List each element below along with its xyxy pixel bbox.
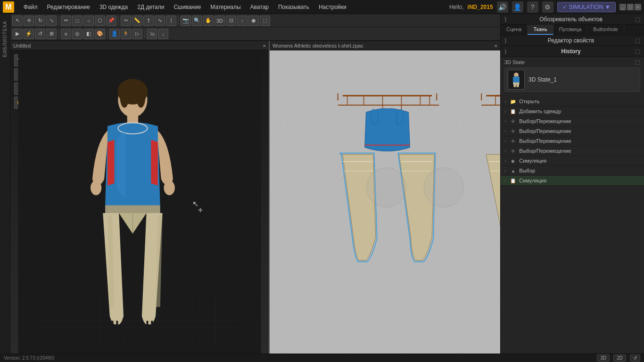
history-expand-icon[interactable]: ⟩ bbox=[504, 48, 507, 55]
svg-rect-25 bbox=[112, 321, 114, 327]
pose-tool[interactable]: 🏃 bbox=[121, 29, 131, 39]
seam-tool[interactable]: ∿ bbox=[155, 16, 165, 26]
scale-tool[interactable]: ⤡ bbox=[46, 16, 57, 26]
close-button[interactable]: × bbox=[635, 4, 641, 10]
minimize-button[interactable]: _ bbox=[619, 4, 626, 10]
menu-display[interactable]: Показывать bbox=[274, 2, 313, 12]
color-tool[interactable]: 🎨 bbox=[95, 29, 105, 39]
history-item-6[interactable]: › ◆ Симуляция bbox=[501, 156, 644, 166]
tab-button[interactable]: Пуговица bbox=[553, 25, 588, 35]
sound-icon[interactable]: 🔊 bbox=[497, 1, 508, 13]
history-label-5: Выбор/Перемещение bbox=[519, 148, 571, 154]
layer-tool[interactable]: ≡ bbox=[61, 29, 71, 39]
history-list[interactable]: › 📁 Открыть › 📋 Добавить одежду › ✛ Выбо… bbox=[501, 96, 644, 362]
pan-tool[interactable]: ✋ bbox=[203, 16, 214, 26]
pen-tool[interactable]: ✏ bbox=[61, 16, 71, 26]
expand-icon[interactable]: ⟩ bbox=[504, 16, 507, 23]
obj-browser-expand[interactable]: ⬚ bbox=[635, 16, 640, 23]
mat-tool[interactable]: ◧ bbox=[83, 29, 94, 39]
pin-tool[interactable]: 📌 bbox=[106, 16, 116, 26]
poly-tool[interactable]: ⬡ bbox=[95, 16, 105, 26]
move-icon-2: ✛ bbox=[510, 118, 516, 124]
tab-scene[interactable]: Сцена bbox=[501, 25, 528, 35]
rotate-tool[interactable]: ↻ bbox=[35, 16, 45, 26]
top-right-area: Hello, iND_2015 🔊 👤 ? ⚙ ✓ SIMULATION ▼ _… bbox=[449, 1, 641, 13]
settings-icon[interactable]: ⚙ bbox=[542, 1, 553, 13]
tab-fabric[interactable]: Ткань bbox=[528, 25, 553, 35]
view-2d: Womens Athletic sleeveless t-shirt.zpac … bbox=[270, 41, 500, 362]
rect-tool[interactable]: □ bbox=[72, 16, 83, 26]
3d-tool[interactable]: 3D bbox=[215, 16, 225, 26]
status-refresh-btn[interactable]: ↺ bbox=[630, 354, 640, 362]
svg-point-21 bbox=[91, 181, 101, 195]
expand-arrow-4: › bbox=[504, 139, 506, 144]
wire-tool[interactable]: ⊡ bbox=[226, 16, 236, 26]
cut-tool[interactable]: ✂ bbox=[121, 16, 131, 26]
norm-tool[interactable]: ↑ bbox=[237, 16, 248, 26]
history-title: History bbox=[561, 48, 580, 55]
zoom-tool[interactable]: 🔍 bbox=[192, 16, 202, 26]
menu-avatar[interactable]: Аватар bbox=[247, 2, 272, 12]
snap-tool[interactable]: ⊞ bbox=[46, 29, 57, 39]
history-item-3[interactable]: › ✛ Выбор/Перемещение bbox=[501, 126, 644, 136]
display-tool[interactable]: ◎ bbox=[72, 29, 83, 39]
fold-tool[interactable]: ⟨ bbox=[166, 16, 176, 26]
view-2d-content[interactable] bbox=[270, 50, 500, 362]
sep1 bbox=[58, 16, 59, 25]
sim2-tool[interactable]: ⚡ bbox=[24, 29, 34, 39]
wind-tool[interactable]: 🌬 bbox=[147, 29, 157, 39]
maximize-button[interactable]: □ bbox=[627, 4, 634, 10]
circle-tool[interactable]: ○ bbox=[83, 16, 94, 26]
text-tool[interactable]: T bbox=[143, 16, 154, 26]
expand-arrow-2: › bbox=[504, 119, 506, 124]
history-item-2[interactable]: › ✛ Выбор/Перемещение bbox=[501, 116, 644, 126]
grav-tool[interactable]: ↓ bbox=[158, 29, 168, 39]
status-3d-btn[interactable]: 3D bbox=[597, 354, 610, 362]
camera-tool[interactable]: 📷 bbox=[181, 16, 191, 26]
menu-settings[interactable]: Настройки bbox=[315, 2, 350, 12]
export-tool[interactable]: ⬚ bbox=[260, 16, 270, 26]
help-icon[interactable]: ? bbox=[527, 1, 538, 13]
history-item-1[interactable]: › 📋 Добавить одежду bbox=[501, 107, 644, 116]
menu-materials[interactable]: Материалы bbox=[206, 2, 244, 12]
history-expand-btn[interactable]: ⬚ bbox=[635, 48, 640, 55]
reset-tool[interactable]: ↺ bbox=[35, 29, 45, 39]
status-2d-btn[interactable]: 2D bbox=[613, 354, 626, 362]
view-3d-close[interactable]: × bbox=[263, 43, 266, 49]
history-item-7[interactable]: › ▲ Выбор bbox=[501, 166, 644, 176]
anim-tool[interactable]: ▷ bbox=[132, 29, 142, 39]
select-tool[interactable]: ↖ bbox=[12, 16, 23, 26]
view-2d-close[interactable]: × bbox=[495, 43, 497, 49]
history-item-0[interactable]: › 📁 Открыть bbox=[501, 97, 644, 107]
menu-edit[interactable]: Редактирование bbox=[43, 2, 94, 12]
view-3d-content[interactable]: 👕 👤 ■ 😊 ⏸ bbox=[10, 50, 269, 362]
sidebar-label: БИБЛИОТЕКА bbox=[2, 21, 8, 57]
render-tool[interactable]: ◉ bbox=[248, 16, 259, 26]
username: iND_2015 bbox=[468, 4, 493, 10]
tab-buttonhole[interactable]: Buttonhole bbox=[587, 25, 624, 35]
props-expand-btn[interactable]: ⬚ bbox=[635, 37, 640, 44]
panels-area: ↖ ✛ ↻ ⤡ ✏ □ ○ ⬡ 📌 ✂ 📏 T ∿ ⟨ 📷 🔍 ✋ bbox=[10, 14, 500, 362]
props-expand-icon[interactable]: ⟩ bbox=[504, 37, 507, 44]
history-item-4[interactable]: › ✛ Выбор/Перемещение bbox=[501, 136, 644, 146]
history-header: ⟩ History ⬚ bbox=[501, 46, 644, 57]
expand-arrow-7: › bbox=[504, 168, 506, 173]
state-item[interactable]: 3D State_1 bbox=[504, 67, 640, 92]
hello-text: Hello, bbox=[449, 4, 464, 10]
play-tool[interactable]: ▶ bbox=[12, 29, 23, 39]
sep6 bbox=[144, 30, 145, 38]
avatar-tool[interactable]: 👤 bbox=[109, 29, 120, 39]
state-settings-icon[interactable]: ⬚ bbox=[635, 59, 640, 66]
move-tool[interactable]: ✛ bbox=[24, 16, 34, 26]
history-item-5[interactable]: › ✛ Выбор/Перемещение bbox=[501, 146, 644, 156]
menu-sewing[interactable]: Сшивание bbox=[170, 2, 205, 12]
menu-2d-details[interactable]: 2Д детали bbox=[133, 2, 168, 12]
measure-tool[interactable]: 📏 bbox=[132, 16, 142, 26]
history-label-6: Симуляция bbox=[519, 158, 546, 164]
history-section: ⟩ History ⬚ 3D State ⬚ bbox=[501, 46, 644, 362]
history-item-8[interactable]: › 📋 Симуляция bbox=[501, 176, 644, 186]
user-icon[interactable]: 👤 bbox=[512, 1, 523, 13]
menu-file[interactable]: Файл bbox=[20, 2, 41, 12]
simulation-button[interactable]: ✓ SIMULATION ▼ bbox=[557, 2, 616, 12]
menu-3d-garment[interactable]: 3D одежда bbox=[96, 2, 132, 12]
